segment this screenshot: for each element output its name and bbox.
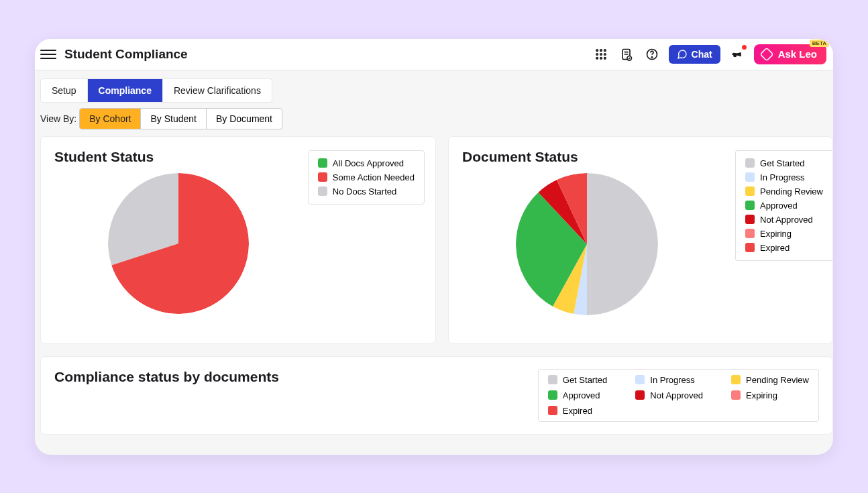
legend-swatch-icon [635,390,645,400]
pie-slice[interactable] [587,173,658,315]
legend-label: All Docs Approved [333,158,404,168]
apps-grid-icon[interactable] [592,46,610,63]
topbar: Student Compliance Chat [35,39,833,70]
notification-dot-icon [742,45,747,50]
viewby-document[interactable]: By Document [207,109,282,129]
page-title: Student Compliance [64,47,188,62]
legend-swatch-icon [731,390,741,400]
legend-label: Get Started [760,158,804,168]
ask-leo-button[interactable]: Ask Leo BETA [754,44,826,64]
chat-label: Chat [692,49,712,60]
svg-point-8 [604,57,606,59]
viewby-label: View By: [40,113,76,124]
document-status-card: Document Status Get StartedIn ProgressPe… [448,136,833,344]
legend-label: Approved [563,390,600,400]
legend-item[interactable]: All Docs Approved [317,156,416,170]
svg-point-0 [596,49,598,51]
legend-swatch-icon [745,158,755,168]
app-frame: Student Compliance Chat [35,39,833,455]
legend-label: Not Approved [650,390,703,400]
legend-label: In Progress [650,375,694,385]
legend-item[interactable]: Expired [548,406,607,416]
svg-rect-15 [761,48,773,60]
viewby-row: View By: By Cohort By Student By Documen… [40,108,833,129]
compliance-legend: Get StartedIn ProgressPending ReviewAppr… [538,369,819,422]
chat-button[interactable]: Chat [669,45,720,64]
legend-label: Pending Review [746,375,809,385]
legend-item[interactable]: Expiring [731,390,809,400]
svg-point-14 [651,56,652,57]
student-status-card: Student Status All Docs ApprovedSome Act… [40,136,436,344]
menu-icon[interactable] [40,46,56,62]
legend-swatch-icon [548,406,557,415]
legend-item[interactable]: Not Approved [635,390,703,400]
ask-leo-label: Ask Leo [778,48,817,60]
legend-label: Expiring [746,390,777,400]
svg-point-7 [600,57,602,59]
cards-row: Student Status All Docs ApprovedSome Act… [35,136,833,344]
legend-item[interactable]: Approved [548,390,607,400]
compliance-by-documents-card: Get StartedIn ProgressPending ReviewAppr… [40,356,833,435]
legend-label: Get Started [563,375,607,385]
beta-badge: BETA [810,40,829,47]
svg-point-2 [604,49,606,51]
svg-point-5 [604,53,606,55]
legend-item[interactable]: In Progress [635,375,703,385]
svg-point-1 [600,49,602,51]
svg-point-3 [596,53,598,55]
legend-swatch-icon [548,390,557,400]
tab-setup[interactable]: Setup [41,79,88,102]
student-status-pie-chart [108,173,249,314]
legend-item[interactable]: Get Started [744,156,824,170]
sub-tabs: Setup Compliance Review Clarifications [40,78,272,103]
legend-swatch-icon [318,158,327,168]
viewby-segment: By Cohort By Student By Document [79,108,282,129]
document-status-pie-chart [516,173,658,315]
viewby-cohort[interactable]: By Cohort [80,109,141,129]
svg-point-4 [600,53,602,55]
legend-swatch-icon [731,375,741,384]
tab-compliance[interactable]: Compliance [88,79,163,102]
legend-swatch-icon [548,375,557,384]
help-icon[interactable] [643,46,661,63]
tab-review-clarifications[interactable]: Review Clarifications [163,79,272,102]
legend-item[interactable]: Pending Review [731,375,809,385]
viewby-student[interactable]: By Student [141,109,207,129]
legend-item[interactable]: Get Started [548,375,607,385]
announcement-icon[interactable] [728,46,746,63]
svg-point-6 [596,57,598,59]
legend-swatch-icon [635,375,645,384]
legend-label: Expired [563,406,592,416]
document-icon[interactable] [618,46,635,63]
